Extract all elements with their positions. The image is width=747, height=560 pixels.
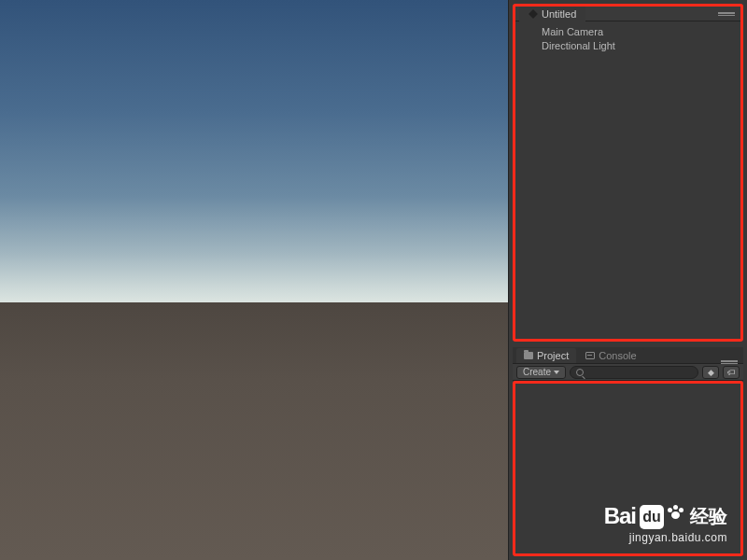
scene-tab[interactable]: Untitled	[519, 7, 585, 21]
create-button[interactable]: Create	[516, 366, 566, 379]
hierarchy-panel: Untitled Main Camera Directional Light	[513, 4, 743, 342]
project-body[interactable]: Bai du 经验 jingyan.baidu.com	[513, 381, 743, 556]
watermark-brand-box: du	[640, 505, 664, 529]
filter-by-label-button[interactable]: 🏷	[723, 366, 740, 379]
app-root: Untitled Main Camera Directional Light P…	[0, 0, 747, 560]
console-icon	[585, 352, 595, 359]
filter-by-type-button[interactable]: ◆	[702, 366, 719, 379]
tab-console[interactable]: Console	[578, 348, 643, 363]
tab-label: Project	[537, 350, 569, 361]
panel-menu[interactable]	[718, 12, 740, 15]
hierarchy-item[interactable]: Directional Light	[542, 39, 740, 53]
watermark: Bai du 经验 jingyan.baidu.com	[604, 503, 727, 544]
watermark-brand-cn: 经验	[690, 504, 727, 529]
chevron-down-icon	[554, 371, 559, 374]
scene-viewport[interactable]	[0, 0, 509, 560]
project-tabbar: Project Console	[513, 347, 743, 364]
hierarchy-item[interactable]: Main Camera	[542, 25, 740, 39]
create-label: Create	[523, 367, 551, 377]
tab-project[interactable]: Project	[516, 348, 576, 363]
hierarchy-body[interactable]: Main Camera Directional Light	[515, 21, 740, 53]
panel-menu-icon	[718, 12, 735, 15]
search-icon	[576, 369, 584, 376]
project-toolbar: Create ◆ 🏷	[513, 364, 743, 381]
project-panel: Project Console Create	[513, 347, 743, 556]
panel-menu[interactable]	[721, 360, 743, 363]
watermark-brand-left: Bai	[604, 503, 636, 529]
tag-icon: 🏷	[727, 368, 736, 377]
panel-menu-icon	[721, 360, 738, 363]
scene-tab-title: Untitled	[542, 8, 576, 20]
filter-icon: ◆	[708, 368, 714, 377]
paw-icon	[668, 505, 684, 520]
tab-label: Console	[599, 350, 636, 361]
folder-icon	[524, 352, 533, 359]
search-input[interactable]	[570, 366, 698, 379]
watermark-url: jingyan.baidu.com	[604, 531, 727, 544]
hierarchy-tabbar: Untitled	[515, 7, 740, 21]
right-column: Untitled Main Camera Directional Light P…	[509, 0, 747, 560]
unity-logo-icon	[529, 9, 538, 19]
